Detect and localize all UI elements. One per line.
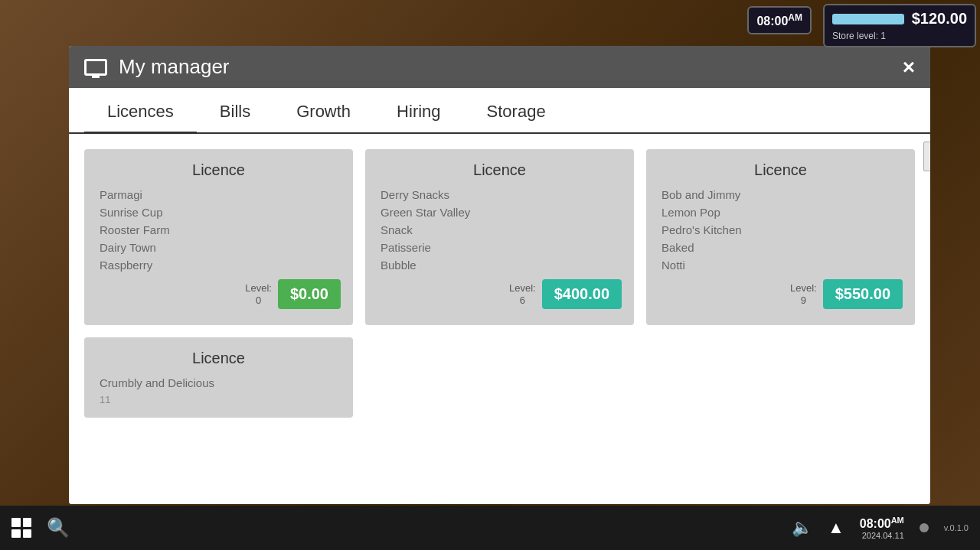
store-xp-bar <box>832 14 904 24</box>
licence-item-baked: Baked <box>658 241 903 254</box>
money-display: $120.00 <box>912 10 967 28</box>
licence-item-rooster-farm: Rooster Farm <box>96 223 341 236</box>
time-suffix: AM <box>788 12 802 23</box>
licence-item-green-star-valley: Green Star Valley <box>377 206 622 219</box>
licence-item-dairy-town: Dairy Town <box>96 241 341 254</box>
status-dot <box>920 523 929 532</box>
main-window: My manager × Licences Bills Growth Hirin… <box>69 46 930 504</box>
time-value: 08:00 <box>756 15 788 28</box>
licence-item-sunrise-cup: Sunrise Cup <box>96 206 341 219</box>
grid-icon[interactable] <box>11 518 31 538</box>
licence-card-2-footer: Level: 6 $400.00 <box>377 279 622 309</box>
content-area: Licence Parmagi Sunrise Cup Rooster Farm… <box>69 134 930 504</box>
store-level-label: Store level: 1 <box>832 31 967 41</box>
licence-card-1-price-button[interactable]: $0.00 <box>278 279 341 309</box>
licence-item-bubble: Bubble <box>377 259 622 272</box>
licence-card-4: Licence Crumbly and Delicious 11 <box>84 337 353 418</box>
licence-card-3-title: Licence <box>658 161 903 179</box>
exit-tooltip: Exit <box>923 142 930 171</box>
licence-card-1: Licence Parmagi Sunrise Cup Rooster Farm… <box>84 149 353 325</box>
licence-item-patisserie: Patisserie <box>377 241 622 254</box>
tab-licences[interactable]: Licences <box>84 88 197 132</box>
wifi-icon: ▲ <box>828 518 844 538</box>
title-bar: My manager × <box>69 46 930 88</box>
tab-navigation: Licences Bills Growth Hiring Storage <box>69 88 930 134</box>
licence-card-2: Licence Derry Snacks Green Star Valley S… <box>365 149 634 325</box>
licence-item-snack: Snack <box>377 223 622 236</box>
version-label: v.0.1.0 <box>944 523 969 532</box>
sound-icon[interactable]: 🔈 <box>792 518 812 538</box>
taskbar-time-suffix: AM <box>891 516 904 525</box>
licence-item-parmagi: Parmagi <box>96 188 341 201</box>
licence-item-raspberry: Raspberry <box>96 259 341 272</box>
hud-panel: $120.00 Store level: 1 <box>823 4 976 47</box>
tab-hiring[interactable]: Hiring <box>374 88 463 132</box>
taskbar: 🔍 🔈 ▲ 08:00AM 2024.04.11 v.0.1.0 <box>0 506 980 550</box>
time-display: 08:00AM <box>747 6 812 34</box>
licence-card-2-level: Level: 6 <box>509 282 536 306</box>
licence-card-4-title: Licence <box>96 350 341 367</box>
tab-storage[interactable]: Storage <box>464 88 569 132</box>
licence-card-3-footer: Level: 9 $550.00 <box>658 279 903 309</box>
taskbar-right: 🔈 ▲ 08:00AM 2024.04.11 v.0.1.0 <box>792 516 969 540</box>
licence-card-1-footer: Level: 0 $0.00 <box>96 279 341 309</box>
monitor-icon <box>84 59 107 76</box>
licence-card-2-title: Licence <box>377 161 622 179</box>
licence-card-2-price-button[interactable]: $400.00 <box>542 279 622 309</box>
licence-card-3-level: Level: 9 <box>790 282 817 306</box>
licence-item-notti: Notti <box>658 259 903 272</box>
window-title: My manager <box>119 55 230 79</box>
taskbar-time: 08:00AM 2024.04.11 <box>860 516 904 540</box>
licence-item-bob-jimmy: Bob and Jimmy <box>658 188 903 201</box>
close-button[interactable]: × <box>903 57 915 78</box>
licence-item-pedros-kitchen: Pedro's Kitchen <box>658 223 903 236</box>
licence-card-3: Exit Licence Bob and Jimmy Lemon Pop Ped… <box>646 149 915 325</box>
licence-card-4-level-hint: 11 <box>96 394 341 405</box>
tab-growth[interactable]: Growth <box>273 88 374 132</box>
licence-card-1-title: Licence <box>96 161 341 179</box>
tab-bills[interactable]: Bills <box>197 88 273 132</box>
taskbar-time-value: 08:00 <box>860 517 891 530</box>
licence-item-derry-snacks: Derry Snacks <box>377 188 622 201</box>
licence-item-lemon-pop: Lemon Pop <box>658 206 903 219</box>
taskbar-date: 2024.04.11 <box>860 531 904 540</box>
licence-card-3-price-button[interactable]: $550.00 <box>823 279 903 309</box>
search-icon[interactable]: 🔍 <box>47 517 70 539</box>
licence-card-1-level: Level: 0 <box>245 282 272 306</box>
licence-item-crumbly: Crumbly and Delicious <box>96 376 341 389</box>
